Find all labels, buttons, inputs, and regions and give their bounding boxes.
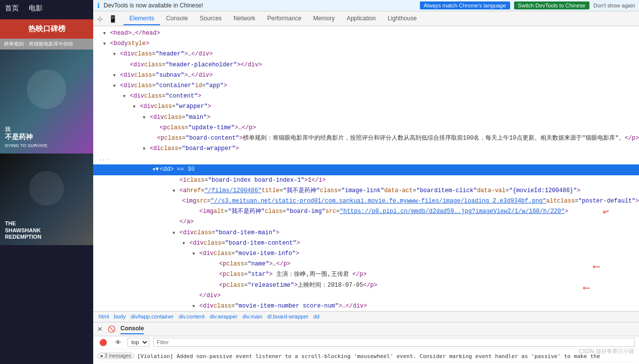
- tab-elements[interactable]: Elements: [123, 12, 160, 25]
- movie2-title: THE SHAWSHANK REDEMPTION: [5, 220, 41, 240]
- tree-line[interactable]: <img alt="我不是药神" class="board-img" src="…: [93, 207, 639, 217]
- toggle-a[interactable]: [173, 186, 179, 196]
- devtools-panel: ℹ DevTools is now available in Chinese! …: [93, 0, 639, 364]
- movie1-title: 我 不是药神 DYING TO SURVIVE.: [5, 126, 49, 149]
- tree-dd-selected[interactable]: ▼ <dd> == $0: [93, 164, 639, 175]
- tab-memory[interactable]: Memory: [307, 12, 341, 25]
- tree-line[interactable]: <div class="main">: [93, 112, 639, 123]
- console-close-icon[interactable]: ✕: [97, 325, 103, 333]
- tree-line[interactable]: <div class="header">…</div>: [93, 49, 639, 59]
- tree-line[interactable]: <dl class="board-wrapper">: [93, 144, 639, 154]
- breadcrumb-main[interactable]: div.main: [241, 313, 264, 320]
- nav-movies[interactable]: 电影: [29, 4, 43, 13]
- annotation-arrow-3: ⟵: [583, 280, 589, 296]
- movie-item-1: 我 不是药神 DYING TO SURVIVE.: [0, 50, 93, 154]
- breadcrumb-bar: html body div#app.container div.content …: [93, 311, 639, 322]
- console-message-text: [Violation] Added non-passive event list…: [137, 353, 600, 360]
- watermark: CSDN @好奇养汪小雄: [579, 348, 634, 355]
- toggle-head[interactable]: [103, 29, 110, 38]
- tab-network[interactable]: Network: [228, 12, 261, 25]
- tree-line[interactable]: <div class="wrapper">: [93, 102, 639, 112]
- tree-line[interactable]: <div class="container" id="app">: [93, 81, 639, 91]
- toggle-main[interactable]: [143, 113, 150, 122]
- tab-bar-icons: ⊹ 📱: [96, 13, 118, 24]
- toggle-score[interactable]: [192, 302, 199, 311]
- tree-line[interactable]: <p class="update-time">…</p>: [93, 123, 639, 133]
- tree-line[interactable]: <a href="/films/1200486" title="我不是药神" c…: [93, 186, 639, 196]
- console-filter-area: 🔴 👁 top: [93, 336, 639, 349]
- toggle-content[interactable]: [123, 92, 130, 101]
- hot-section-label: 热映口碑榜: [0, 19, 93, 39]
- toggle-subnav[interactable]: [113, 71, 120, 80]
- tree-ellipsis[interactable]: ...: [93, 154, 639, 164]
- svg-point-3: [29, 171, 64, 206]
- tree-line[interactable]: <div class="board-item-content">: [93, 238, 639, 249]
- tree-line[interactable]: <head>…</head>: [93, 28, 639, 39]
- breadcrumb-body[interactable]: body: [113, 313, 127, 320]
- toggle-dd[interactable]: ▼: [153, 165, 160, 174]
- tree-line[interactable]: </a>: [93, 217, 639, 227]
- tree-line[interactable]: <p class="star"> 主演：徐峥,周一围,王传君 </p>: [93, 269, 639, 280]
- rank-rule: 榜单规则：将猫眼电影库中的经: [0, 39, 93, 50]
- tree-line[interactable]: <p class="releasetime">上映时间：2018-07-05</…: [93, 280, 639, 291]
- switch-devtools-button[interactable]: Switch DevTools to Chinese: [514, 1, 589, 9]
- device-icon[interactable]: 📱: [107, 13, 118, 24]
- toggle-dl[interactable]: [143, 144, 150, 154]
- left-nav[interactable]: 首页 电影: [0, 0, 93, 17]
- nav-home[interactable]: 首页: [5, 4, 19, 13]
- tab-console[interactable]: Console: [160, 12, 194, 25]
- tree-line[interactable]: <div class="board-item-main">: [93, 228, 639, 238]
- tree-line[interactable]: </div>: [93, 291, 639, 301]
- console-eye-icon[interactable]: 👁: [113, 338, 123, 347]
- dont-show-again-button[interactable]: Don't show again: [593, 2, 635, 8]
- tree-line[interactable]: <i class="board-index board-index-1">1</…: [93, 175, 639, 186]
- breadcrumb-container[interactable]: div#app.container: [129, 313, 175, 320]
- breadcrumb-wrapper[interactable]: div.wrapper: [208, 313, 239, 320]
- always-match-button[interactable]: Always match Chrome's language: [420, 1, 510, 9]
- toggle-bim[interactable]: [173, 228, 179, 238]
- console-section: ✕ 🚫 Console 🔴 👁 top ● 3 messages [Violat…: [93, 322, 639, 364]
- breadcrumb-html[interactable]: html: [97, 313, 111, 320]
- tree-line[interactable]: <div class="content">: [93, 91, 639, 102]
- tree-line[interactable]: <p class="name">…</p> ⟵: [93, 259, 639, 269]
- tree-line[interactable]: <img src="//s3.meituan.net/static-prod01…: [93, 196, 639, 207]
- tab-application[interactable]: Application: [341, 12, 382, 25]
- toggle-bic[interactable]: [182, 239, 189, 248]
- annotation-arrow-2: ⟵: [593, 259, 599, 275]
- cursor-icon[interactable]: ⊹: [96, 13, 105, 24]
- tree-line[interactable]: <div class="movie-item-number score-num"…: [93, 301, 639, 311]
- info-bar-text: DevTools is now available in Chinese!: [104, 2, 416, 9]
- tab-lighthouse[interactable]: Lighthouse: [382, 12, 423, 25]
- elements-panel[interactable]: <head>…</head> <body style> <div class="…: [93, 26, 639, 311]
- breadcrumb-dl[interactable]: dl.board-wrapper: [266, 313, 310, 320]
- console-clear-icon[interactable]: 🚫: [108, 325, 116, 333]
- breadcrumb-content[interactable]: div.content: [177, 313, 206, 320]
- console-message-row: ● 3 messages [Violation] Added non-passi…: [97, 351, 635, 362]
- console-messages: ● 3 messages [Violation] Added non-passi…: [93, 349, 639, 364]
- toggle-container[interactable]: [113, 81, 120, 91]
- toggle-mii[interactable]: [192, 249, 199, 259]
- tab-sources[interactable]: Sources: [194, 12, 228, 25]
- tree-line[interactable]: <body style>: [93, 39, 639, 49]
- tree-line[interactable]: <p class="board-content">榜单规则：将猫眼电影库中的经典…: [93, 133, 639, 144]
- svg-point-1: [27, 69, 66, 109]
- toggle-body[interactable]: [103, 39, 110, 49]
- console-top-dropdown[interactable]: top: [127, 338, 149, 347]
- tab-performance[interactable]: Performance: [261, 12, 307, 25]
- tree-line[interactable]: <div class="header-placeholder"></div>: [93, 60, 639, 70]
- info-icon: ℹ: [97, 1, 100, 9]
- console-tab-label: Console: [120, 323, 144, 334]
- movie-item-2: THE SHAWSHANK REDEMPTION: [0, 154, 93, 245]
- breadcrumb-dd[interactable]: dd: [312, 313, 321, 320]
- devtools-tab-bar: ⊹ 📱 Elements Console Sources Network Per…: [93, 11, 639, 26]
- toggle-wrapper[interactable]: [133, 102, 140, 111]
- console-tab-bar: ✕ 🚫 Console: [93, 322, 639, 336]
- toggle-header[interactable]: [113, 50, 120, 59]
- console-filter-input[interactable]: [153, 338, 635, 347]
- tree-line[interactable]: <div class="subnav">…</div>: [93, 70, 639, 81]
- info-bar: ℹ DevTools is now available in Chinese! …: [93, 0, 639, 11]
- console-messages-icon[interactable]: 🔴: [97, 338, 109, 347]
- left-website-panel: 首页 电影 热映口碑榜 榜单规则：将猫眼电影库中的经 我 不是药神 DYING …: [0, 0, 93, 364]
- devtools-content: <head>…</head> <body style> <div class="…: [93, 26, 639, 364]
- tree-line[interactable]: <div class="movie-item-info">: [93, 249, 639, 259]
